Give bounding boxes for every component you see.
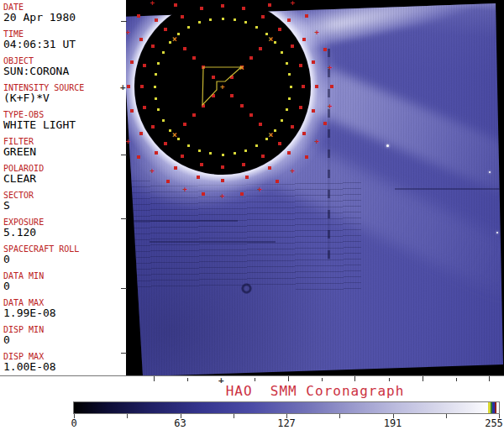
metadata-field: POLAROIDCLEAR	[3, 164, 126, 185]
metadata-value: WHITE LIGHT	[3, 119, 126, 131]
metadata-field: DATA MAX1.99E-08	[3, 298, 126, 319]
colorbar-tick-label: 191	[384, 417, 402, 429]
axis-minor-tick-bottom	[456, 378, 457, 381]
metadata-field: FILTERGREEN	[3, 137, 126, 158]
colorbar-stripe	[495, 402, 496, 413]
smm-coronagraph-viewer: DATE20 Apr 1980TIME04:06:31 UTOBJECTSUN:…	[0, 0, 504, 430]
colorbar-tick	[234, 414, 234, 418]
metadata-value: 04:06:31 UT	[3, 39, 126, 50]
axis-minor-tick-bottom	[322, 378, 323, 381]
axis-tick-bottom	[354, 376, 355, 381]
metadata-value: GREEN	[3, 146, 126, 158]
pointer-triangle-annotation	[126, 0, 504, 376]
metadata-field: OBJECTSUN:CORONA	[3, 56, 126, 77]
metadata-value: S	[3, 200, 126, 212]
metadata-field: SPACECRAFT ROLL0	[3, 244, 126, 265]
colorbar-tick	[127, 414, 128, 418]
axis-tick-bottom	[489, 376, 490, 381]
sun-center-tick-left: +	[120, 82, 126, 92]
metadata-panel: DATE20 Apr 1980TIME04:06:31 UTOBJECTSUN:…	[0, 0, 126, 376]
metadata-field: EXPOSURE5.120	[3, 218, 126, 239]
metadata-field: DISP MAX1.00E-08	[3, 352, 126, 373]
colorbar-tick-label: 63	[174, 417, 186, 429]
image-title: HAO SMM Coronagraph	[126, 383, 504, 399]
metadata-field: SECTORS	[3, 191, 126, 212]
metadata-field: TYPE-OBSWHITE LIGHT	[3, 110, 126, 131]
metadata-value: 20 Apr 1980	[3, 12, 126, 24]
axis-minor-tick-bottom	[389, 378, 390, 381]
axis-tick-bottom	[288, 376, 289, 381]
axis-tick-left	[121, 288, 127, 289]
axis-tick-left	[121, 155, 127, 155]
metadata-field: DISP MIN0	[3, 325, 126, 346]
colorbar-tick	[339, 414, 340, 418]
image-display-area: ++++++++++++++++++×××××+	[126, 0, 504, 376]
metadata-value: 0	[3, 281, 126, 292]
metadata-value: 0	[3, 254, 126, 265]
colorbar-tick	[446, 414, 447, 418]
metadata-value: CLEAR	[3, 173, 126, 185]
axis-minor-tick-bottom	[255, 378, 255, 381]
metadata-field: INTENSITY SOURCE(K+F)*V	[3, 83, 126, 104]
metadata-label: SECTOR	[3, 191, 126, 200]
metadata-field: TIME04:06:31 UT	[3, 29, 126, 50]
colorbar-tick-label: 127	[277, 417, 296, 429]
metadata-value: (K+F)*V	[3, 92, 126, 104]
metadata-label: SPACECRAFT ROLL	[3, 244, 126, 254]
metadata-value: 0	[3, 334, 126, 346]
axis-tick-left	[121, 21, 127, 22]
colorbar-tick-label: 0	[71, 417, 76, 429]
plot-bottom-border	[0, 375, 504, 376]
axis-tick-bottom	[423, 376, 423, 381]
axis-tick-left	[121, 218, 127, 219]
metadata-value: 1.99E-08	[3, 307, 126, 319]
axis-minor-tick-bottom	[187, 378, 188, 381]
metadata-value: 5.120	[3, 227, 126, 239]
metadata-value: SUN:CORONA	[3, 66, 126, 77]
axis-tick-left	[121, 353, 127, 354]
colorbar-tick-label: 255	[485, 417, 503, 429]
metadata-value: 1.00E-08	[3, 361, 126, 373]
metadata-label: DATA MIN	[3, 271, 126, 281]
colorbar	[73, 401, 500, 414]
axis-tick-bottom	[154, 376, 155, 381]
metadata-label: DISP MIN	[3, 325, 126, 334]
metadata-field: DATA MIN0	[3, 271, 126, 292]
metadata-field: DATE20 Apr 1980	[3, 3, 126, 24]
